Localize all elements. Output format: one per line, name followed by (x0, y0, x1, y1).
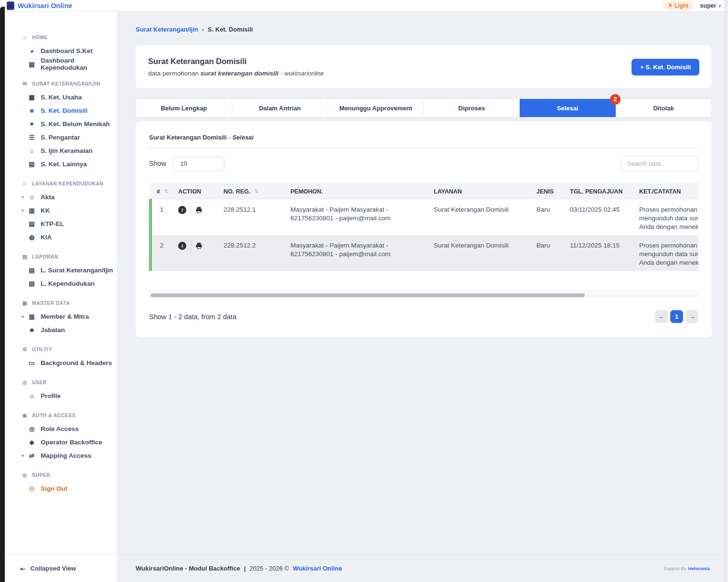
row-action-cell: i (174, 235, 220, 271)
sidebar-item-label: S. Ket. Usaha (41, 94, 82, 101)
sidebar-section-label: AUTH & ACCESS (32, 412, 75, 418)
sidebar-section-label: SURAT KETERANGAN/IJIN (32, 81, 100, 86)
user-menu[interactable]: super ∨ (700, 2, 721, 9)
sidebar-item-label: Member & Mitra (41, 313, 89, 320)
row-no-reg: 228.2512.2 (220, 235, 287, 271)
tab-diproses[interactable]: Diproses (424, 99, 520, 117)
prev-page-button[interactable]: ← (655, 310, 668, 323)
column-label: NO. REG. (224, 188, 250, 195)
sidebar-item-ktp-el[interactable]: ▤KTP-EL (5, 217, 117, 230)
sidebar-item-sign-out[interactable]: ⊙Sign Out (5, 482, 117, 495)
id-card-icon: ▤ (28, 220, 36, 227)
sidebar-item-label: Sign Out (41, 485, 67, 492)
sidebar-item-dashboard-kependudukan[interactable]: ▧Dashboard Kependudukan (5, 57, 117, 71)
column-header-pemohon[interactable]: PEMOHON. (287, 184, 430, 199)
column-header-ket-catatan[interactable]: KET./CATATAN (635, 184, 698, 199)
sidebar-item-kia[interactable]: ◍KIA (5, 230, 117, 244)
report-icon: ▤ (22, 254, 28, 260)
sidebar-item-member-mitra[interactable]: ▸▥Member & Mitra (5, 310, 117, 323)
profile-icon: ☺ (28, 392, 36, 399)
tab-dalam-antrian[interactable]: Dalam Antrian (232, 99, 328, 117)
document-icon: ▤ (28, 161, 36, 168)
sidebar-section: ◎USER☺Profile (5, 376, 117, 402)
sidebar-item-profile[interactable]: ☺Profile (5, 389, 117, 402)
info-icon[interactable]: i (178, 206, 186, 214)
page-scrollbar[interactable] (724, 0, 728, 582)
sidebar-item-s-ijin-keramaian[interactable]: ⌂S. Ijin Keramaian (5, 144, 117, 157)
footer-brand-link[interactable]: Wukirsari Online (293, 565, 342, 572)
column-header-tgl-pengajuan[interactable]: TGL. PENGAJUAN (566, 184, 635, 199)
tab-menunggu-approvement[interactable]: Menunggu Approvement (328, 99, 424, 117)
action-divider (191, 240, 191, 251)
sidebar-item-background-headers[interactable]: ▭Background & Headers (5, 356, 117, 369)
sidebar-item-s-ket-usaha[interactable]: ▦S. Ket. Usaha (5, 90, 117, 104)
tab-label: Dalam Antrian (259, 105, 301, 112)
sidebar-section-header: ◉AUTH & ACCESS (5, 409, 117, 422)
main-footer: WukirsariOnline - Modul Backoffice | 202… (118, 554, 724, 582)
theme-toggle[interactable]: ☀ Light (663, 1, 693, 10)
breadcrumb-current: S. Ket. Domisili (208, 26, 253, 33)
support-link[interactable]: Heloconia (688, 566, 710, 571)
sidebar-item-s-ket-domisili[interactable]: ☻S. Ket. Domisili (5, 104, 117, 117)
table-footer: Show 1 - 2 data, from 2 data ← 1 → (149, 310, 698, 323)
column-header-layanan[interactable]: LAYANAN (430, 184, 533, 199)
column-header-[interactable]: #⇅ (150, 184, 174, 199)
horizontal-scrollbar-thumb[interactable] (150, 293, 585, 297)
sidebar-item-role-access[interactable]: ◎Role Access (5, 422, 117, 435)
footer-copyright: 2025 - 2026 © (249, 565, 289, 572)
subtitle-separator: - (280, 70, 283, 77)
row-ket: Proses permohonan Andamengunduh data sur… (635, 199, 698, 236)
sidebar-item-jabatan[interactable]: ☻Jabatan (5, 323, 117, 336)
tab-ditolak[interactable]: Ditolak (616, 99, 712, 117)
ket-line: mengunduh data surat ke (639, 250, 698, 259)
add-record-button[interactable]: + S. Ket. Domisili (632, 59, 699, 75)
results-summary: Show 1 - 2 data, from 2 data (149, 313, 236, 321)
tab-belum-lengkap[interactable]: Belum Lengkap (136, 99, 232, 117)
row-actions: i (178, 240, 216, 251)
ket-line: Anda dengan menekan to (639, 223, 698, 231)
sort-icon: ⇅ (164, 188, 168, 194)
person-icon: ☻ (28, 107, 36, 114)
sidebar-item-dashboard-s-ket[interactable]: ◕Dashboard S.Ket (5, 44, 117, 57)
sidebar-item-kk[interactable]: ▸▥KK (5, 204, 117, 217)
sun-icon: ☀ (668, 2, 673, 9)
tab-label: Menunggu Approvement (339, 105, 412, 112)
column-header-jenis[interactable]: JENIS (533, 184, 566, 199)
info-icon[interactable]: i (178, 242, 186, 250)
next-page-button[interactable]: → (685, 310, 698, 323)
role-icon: ◎ (28, 425, 36, 432)
column-header-no-reg[interactable]: NO. REG.⇅ (220, 184, 287, 199)
sidebar-item-mapping-access[interactable]: ▸⇄Mapping Access (5, 449, 117, 462)
brand[interactable]: Wukirsari Online (7, 1, 72, 10)
sidebar-item-label: L. Surat Keterangan/Ijin (41, 267, 113, 274)
page-subtitle: data permohonan surat keterangan domisil… (148, 70, 324, 77)
sidebar-item-label: Background & Headers (41, 359, 112, 366)
column-header-action[interactable]: ACTION (174, 184, 220, 199)
collapse-view-button[interactable]: ⇤ Collapsed View (5, 554, 118, 582)
row-pemohon: Masyarakat - Paijem Masyarakat - 6217562… (287, 235, 430, 271)
sidebar-item-s-ket-lainnya[interactable]: ▤S. Ket. Lainnya (5, 157, 117, 171)
sidebar-item-l-kependudukan[interactable]: ▤L. Kependudukan (5, 277, 117, 290)
sidebar-item-label: KK (41, 207, 50, 214)
sidebar-item-s-ket-belum-menikah[interactable]: ♥S. Ket. Belum Menikah (5, 117, 117, 130)
print-icon[interactable] (195, 206, 203, 214)
row-ket: Proses permohonan Andamengunduh data sur… (635, 235, 698, 271)
services-icon: ∷ (22, 181, 28, 187)
page-1-button[interactable]: 1 (670, 310, 683, 323)
search-input[interactable] (621, 156, 698, 171)
row-tanggal: 11/12/2025 18:15 (566, 235, 635, 271)
sidebar-section-header: ⌂HOME (5, 31, 117, 44)
sidebar-item-operator-backoffice[interactable]: ◈Operator Backoffice (5, 435, 117, 449)
app-logo-icon (7, 1, 14, 10)
sidebar-item-s-pengantar[interactable]: ☰S. Pengantar (5, 130, 117, 144)
chevron-right-icon: ▸ (22, 453, 24, 458)
sidebar-section: ⌂HOME◕Dashboard S.Ket▧Dashboard Kependud… (5, 31, 117, 71)
sidebar-item-l-surat-keterangan-ijin[interactable]: ▤L. Surat Keterangan/Ijin (5, 263, 117, 277)
ket-line: Proses permohonan Anda (639, 205, 698, 214)
page-size-select[interactable]: 10 (172, 156, 225, 171)
sidebar-item-akta[interactable]: ▸☺Akta (5, 190, 117, 204)
table-row: 2i228.2512.2Masyarakat - Paijem Masyarak… (150, 235, 698, 271)
print-icon[interactable] (195, 242, 203, 249)
breadcrumb-parent-link[interactable]: Surat Keterangan/Ijin (136, 26, 198, 33)
tab-selesai[interactable]: Selesai2 (520, 99, 616, 117)
